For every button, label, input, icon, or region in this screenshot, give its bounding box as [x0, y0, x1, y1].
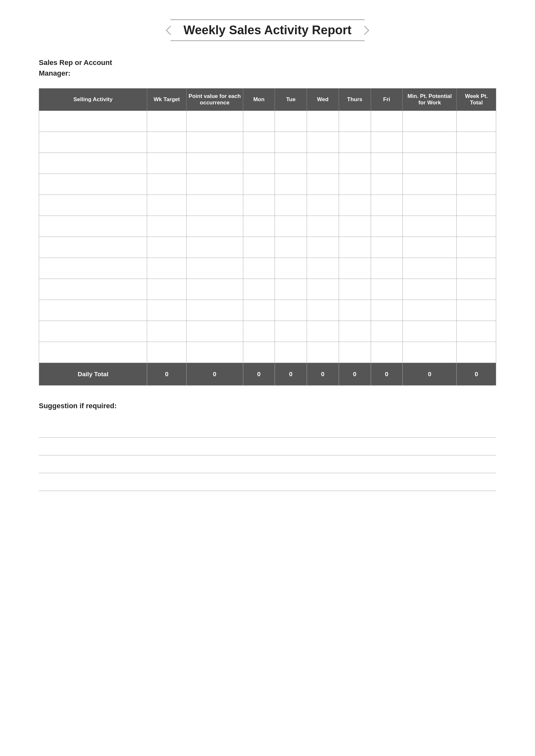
col-header-fri: Fri [371, 89, 403, 111]
table-cell [403, 216, 457, 237]
table-cell [339, 174, 371, 195]
daily-total-value: 0 [147, 363, 187, 386]
sales-activity-table: Selling Activity Wk Target Point value f… [39, 88, 496, 386]
table-cell [307, 216, 339, 237]
table-cell [457, 342, 496, 363]
table-cell [39, 153, 147, 174]
suggestion-lines-container [39, 420, 496, 491]
table-cell [371, 279, 403, 300]
table-cell [339, 195, 371, 216]
suggestion-label: Suggestion if required: [39, 402, 496, 410]
daily-total-value: 0 [371, 363, 403, 386]
daily-total-value: 0 [243, 363, 275, 386]
table-cell [339, 321, 371, 342]
table-cell [371, 216, 403, 237]
table-row [39, 279, 496, 300]
table-cell [307, 237, 339, 258]
daily-total-value: 0 [307, 363, 339, 386]
table-cell [307, 111, 339, 132]
table-cell [147, 195, 187, 216]
table-row [39, 258, 496, 279]
table-cell [275, 237, 307, 258]
table-cell [307, 195, 339, 216]
table-cell [186, 321, 243, 342]
table-cell [275, 279, 307, 300]
table-cell [307, 258, 339, 279]
table-cell [275, 342, 307, 363]
daily-total-value: 0 [403, 363, 457, 386]
table-row [39, 111, 496, 132]
col-header-week-pt: Week Pt. Total [457, 89, 496, 111]
table-cell [403, 342, 457, 363]
table-cell [339, 279, 371, 300]
table-cell [403, 195, 457, 216]
table-cell [147, 300, 187, 321]
table-cell [403, 279, 457, 300]
daily-total-value: 0 [457, 363, 496, 386]
table-cell [339, 342, 371, 363]
table-cell [186, 216, 243, 237]
table-cell [147, 279, 187, 300]
table-row [39, 174, 496, 195]
table-cell [403, 258, 457, 279]
table-cell [457, 321, 496, 342]
daily-total-row: Daily Total000000000 [39, 363, 496, 386]
table-cell [457, 216, 496, 237]
table-cell [275, 321, 307, 342]
table-cell [147, 342, 187, 363]
table-cell [39, 237, 147, 258]
table-row [39, 153, 496, 174]
table-cell [457, 258, 496, 279]
daily-total-value: 0 [186, 363, 243, 386]
table-cell [457, 174, 496, 195]
table-row [39, 342, 496, 363]
table-cell [243, 321, 275, 342]
col-header-wed: Wed [307, 89, 339, 111]
table-cell [39, 279, 147, 300]
table-cell [243, 258, 275, 279]
table-cell [243, 279, 275, 300]
table-cell [186, 279, 243, 300]
table-cell [243, 342, 275, 363]
daily-total-label: Daily Total [39, 363, 147, 386]
table-cell [186, 111, 243, 132]
table-cell [275, 258, 307, 279]
col-header-selling-activity: Selling Activity [39, 89, 147, 111]
table-cell [457, 195, 496, 216]
table-cell [275, 300, 307, 321]
table-cell [307, 132, 339, 153]
col-header-mon: Mon [243, 89, 275, 111]
table-row [39, 216, 496, 237]
table-cell [339, 300, 371, 321]
table-row [39, 195, 496, 216]
table-cell [371, 300, 403, 321]
table-cell [371, 132, 403, 153]
table-cell [186, 174, 243, 195]
table-row [39, 300, 496, 321]
table-cell [457, 237, 496, 258]
table-row [39, 132, 496, 153]
table-cell [307, 321, 339, 342]
suggestion-line [39, 420, 496, 438]
table-cell [457, 111, 496, 132]
table-cell [457, 279, 496, 300]
col-header-point-value: Point value for each occurrence [186, 89, 243, 111]
daily-total-value: 0 [339, 363, 371, 386]
col-header-tue: Tue [275, 89, 307, 111]
table-cell [371, 174, 403, 195]
table-cell [147, 153, 187, 174]
table-cell [39, 300, 147, 321]
table-cell [371, 153, 403, 174]
page-title: Weekly Sales Activity Report [170, 19, 365, 41]
table-cell [371, 342, 403, 363]
table-cell [243, 111, 275, 132]
table-cell [186, 153, 243, 174]
table-cell [186, 342, 243, 363]
table-cell [147, 237, 187, 258]
table-row [39, 321, 496, 342]
table-cell [371, 321, 403, 342]
table-cell [307, 174, 339, 195]
table-cell [403, 132, 457, 153]
table-cell [243, 237, 275, 258]
table-cell [275, 195, 307, 216]
